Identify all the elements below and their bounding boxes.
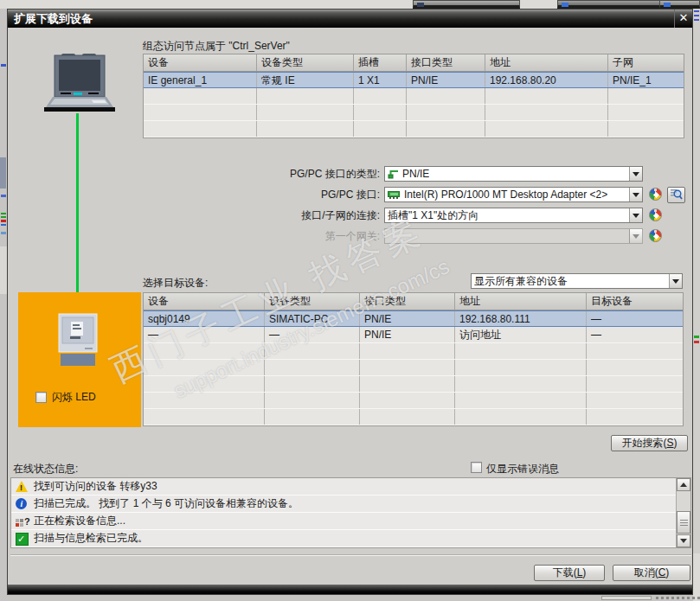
table-cell: [257, 121, 354, 137]
subnet-connection-combo[interactable]: 插槽"1 X1"处的方向: [384, 208, 643, 223]
table-cell: [485, 105, 608, 120]
table-cell: IE general_1: [144, 73, 257, 87]
table-cell: [265, 343, 360, 359]
combo-arrow[interactable]: [669, 274, 682, 288]
table-cell: [608, 105, 684, 120]
table-cell: [587, 393, 683, 408]
table-cell: [407, 121, 485, 137]
table-cell: [257, 88, 354, 104]
pgpc-type-label: PG/PC 接口的类型:: [214, 166, 380, 182]
scrollbar[interactable]: [676, 478, 690, 547]
cancel-button[interactable]: 取消(C): [613, 565, 690, 581]
pgpc-interface-label: PG/PC 接口:: [214, 187, 380, 202]
table-row[interactable]: ——PN/IE访问地址—: [144, 327, 683, 343]
column-header: 接口类型: [407, 54, 485, 71]
gateway-combo: [384, 228, 643, 244]
pgpc-interface-combo[interactable]: Intel(R) PRO/1000 MT Desktop Adapter <2>: [384, 187, 643, 202]
combo-arrow[interactable]: [629, 188, 642, 201]
device-view-icon: [664, 3, 671, 7]
message-row: 扫描已完成。 找到了 1 个与 6 可访问设备相兼容的设备。: [11, 496, 676, 513]
table-cell: [354, 121, 407, 137]
combo-arrow: [629, 229, 642, 243]
download-button[interactable]: 下载(L): [534, 565, 605, 581]
dialog-title: 扩展下载到设备: [14, 12, 93, 25]
column-header: 接口类型: [360, 293, 455, 310]
column-header: 设备类型: [257, 54, 354, 71]
warning-icon: [15, 481, 29, 493]
table-cell: [354, 88, 407, 104]
message-text: 找到可访问的设备 转移y33: [34, 479, 157, 494]
table-cell: 常规 IE: [257, 73, 354, 87]
table-cell: [360, 409, 455, 425]
table-cell: 192.168.80.20: [485, 73, 608, 87]
table-cell: [144, 409, 265, 425]
column-header: 设备类型: [265, 293, 360, 310]
interface-status-sphere-icon: [649, 188, 662, 201]
table-cell: [455, 409, 587, 425]
column-header: 子网: [608, 54, 684, 71]
online-status-label: 在线状态信息:: [13, 462, 78, 476]
target-device-panel: 闪烁 LED: [18, 292, 141, 427]
table-cell: [455, 360, 587, 375]
table-cell: [354, 105, 407, 120]
table-row: [144, 409, 683, 425]
column-header: 地址: [455, 293, 587, 310]
table-cell: [608, 88, 684, 104]
scrollbar-thumb[interactable]: [677, 511, 690, 534]
table-cell: [360, 376, 455, 392]
only-errors-checkbox[interactable]: [471, 462, 482, 473]
browse-interface-button[interactable]: [667, 187, 685, 203]
table-row: [144, 105, 684, 121]
subnet-connection-value: 插槽"1 X1"处的方向: [388, 208, 478, 223]
only-errors-label: 仅显示错误消息: [486, 462, 559, 476]
titlebar[interactable]: 扩展下载到设备 ✕: [8, 10, 692, 28]
table-cell: —: [144, 327, 265, 342]
dialog-bottom-edge: [8, 585, 692, 594]
table-cell: [144, 376, 265, 392]
background-right-sliver: [693, 9, 700, 601]
pnie-icon: [388, 169, 399, 179]
pgpc-interface-value: Intel(R) PRO/1000 MT Desktop Adapter <2>: [404, 189, 607, 201]
combo-arrow[interactable]: [629, 167, 642, 181]
background-tab-network: [557, 0, 660, 9]
flash-led-label: 闪烁 LED: [52, 390, 96, 405]
column-header: 设备: [144, 293, 265, 310]
message-text: 正在检索设备信息...: [34, 514, 125, 528]
table-cell: [360, 393, 455, 408]
table-cell: PN/IE: [360, 311, 455, 326]
compatible-devices-filter-combo[interactable]: 显示所有兼容的设备: [471, 273, 683, 289]
flash-led-checkbox[interactable]: [35, 392, 47, 403]
table-row[interactable]: sqbj0149SIMATIC-PCPN/IE192.168.80.111—: [144, 310, 683, 327]
table-cell: [360, 343, 455, 359]
separator: [10, 554, 691, 556]
table-header-row: 设备设备类型插槽接口类型地址子网: [144, 54, 684, 72]
column-header: 设备: [144, 54, 257, 71]
gateway-label: 第一个网关:: [214, 228, 380, 244]
column-header: 目标设备: [587, 293, 683, 310]
scrollbar-up-button[interactable]: [677, 478, 690, 491]
table-cell: —: [587, 311, 683, 326]
table-cell: [587, 343, 683, 359]
query-icon: [15, 515, 29, 527]
combo-arrow[interactable]: [629, 208, 642, 222]
success-icon: [15, 533, 29, 545]
subnet-status-sphere-icon: [649, 208, 662, 221]
background-left-sliver: [0, 9, 7, 601]
table-cell: [265, 360, 360, 375]
table-cell: [144, 121, 257, 137]
start-search-button[interactable]: 开始搜索(S): [611, 435, 688, 451]
scrollbar-down-button[interactable]: [677, 534, 690, 547]
table-cell: [144, 393, 265, 408]
network-adapter-icon: [388, 190, 401, 200]
table-cell: [144, 343, 265, 359]
message-row: 找到可访问的设备 转移y33: [11, 478, 676, 496]
table-row: [144, 393, 683, 409]
table-cell: —: [265, 327, 360, 342]
table-row[interactable]: IE general_1常规 IE1 X1PN/IE192.168.80.20P…: [144, 72, 684, 88]
table-cell: [455, 376, 587, 392]
pc-icon: [58, 313, 98, 367]
pgpc-type-combo[interactable]: PN/IE: [384, 166, 643, 182]
table-cell: [144, 88, 257, 104]
close-button[interactable]: ✕: [674, 10, 692, 28]
subnet-connection-label: 接口/子网的连接:: [214, 208, 380, 223]
